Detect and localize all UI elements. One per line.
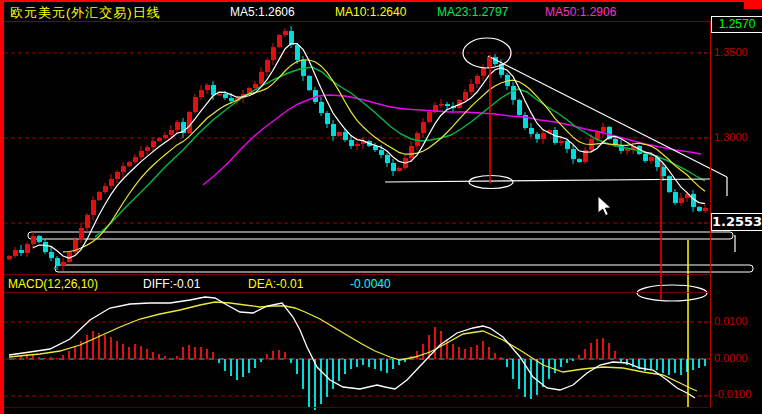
macd-dea-label: DEA:-0.01 [248,277,303,291]
ma50-value-label: MA50:1.2906 [545,5,616,19]
current-price-marker: 1.2553 [711,213,762,231]
macd-axis-label-neg: -0.0100 [714,388,751,400]
macd-panel-top-border [4,292,710,293]
window-top-border [0,0,762,2]
macd-indicator-name: MACD(12,26,10) [8,277,98,291]
macd-value-label: -0.0040 [350,277,391,291]
macd-diff-label: DIFF:-0.01 [143,277,200,291]
macd-axis-label-zero: 0.0000 [714,352,748,364]
macd-axis-label-pos: 0.0100 [714,315,748,327]
axis-label-13500: 1.3500 [714,46,748,58]
ma23-value-label: MA23:1.2797 [437,5,508,19]
latest-price-marker: 1.2570 [711,16,762,33]
axis-label-13000: 1.3000 [714,131,748,143]
chart-canvas[interactable] [0,0,762,414]
macd-panel-bottom-border [4,407,710,408]
window-corner-marker [744,0,762,9]
chart-title: 欧元美元(外汇交易)日线 [10,4,161,22]
ma10-value-label: MA10:1.2640 [335,5,406,19]
mouse-cursor-icon [598,196,611,216]
ma5-value-label: MA5:1.2606 [230,5,295,19]
charting-app-window: 欧元美元(外汇交易)日线 MA5:1.2606 MA10:1.2640 MA23… [0,0,762,414]
main-panel-bottom-border [4,274,710,275]
window-left-border [0,0,4,414]
